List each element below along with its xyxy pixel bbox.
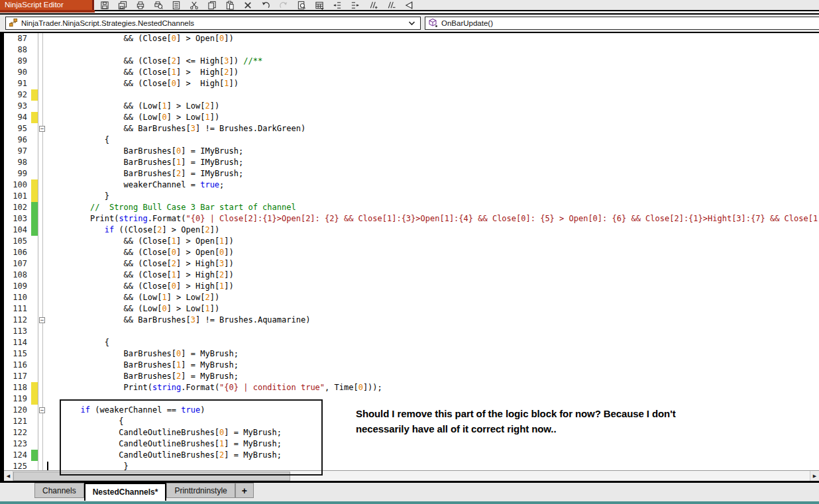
code-line-96[interactable]: 96 { (4, 134, 819, 146)
class-selector-dropdown[interactable]: NinjaTrader.NinjaScript.Strategies.Neste… (5, 17, 421, 30)
select-all-icon[interactable] (172, 1, 181, 10)
code-line-91[interactable]: 91 && (Close[0] > High[1]) (4, 78, 819, 89)
indent-icon[interactable] (351, 1, 360, 10)
code-line-117[interactable]: 117 BarBrushes[2] = MyBrush; (4, 371, 819, 382)
code-line-97[interactable]: 97 BarBrushes[0] = IMyBrush; (4, 146, 819, 157)
code-text: && (Close[0] > High[1]) (47, 281, 819, 292)
fold-collapse-toggle[interactable]: − (39, 126, 45, 132)
line-number: 91 (4, 78, 31, 89)
marker-margin (31, 371, 38, 382)
marker-margin (31, 134, 38, 146)
copy-icon[interactable] (207, 1, 217, 10)
fold-margin (38, 258, 47, 270)
save-all-icon[interactable] (118, 1, 127, 10)
code-line-116[interactable]: 116 BarBrushes[1] = MyBrush; (4, 360, 819, 371)
change-marker (31, 225, 38, 236)
code-line-102[interactable]: 102 // Strong Bull Case 3 Bar start of c… (4, 202, 819, 213)
code-line-100[interactable]: 100 weakerChannel = true; (4, 179, 819, 191)
delete-icon[interactable] (243, 1, 252, 10)
fold-collapse-toggle[interactable]: − (39, 407, 45, 413)
code-line-104[interactable]: 104 if ((Close[2] > Open[2]) (4, 225, 819, 236)
title-bar: NinjaScript Editor (0, 0, 819, 10)
code-text: && (Close[0] > High[1]) (47, 78, 819, 89)
method-selector-dropdown[interactable]: OnBarUpdate() (425, 17, 819, 30)
line-number: 117 (4, 371, 31, 382)
code-line-110[interactable]: 110 && (Low[1] > Low[2]) (4, 292, 819, 303)
code-line-88[interactable]: 88 (4, 44, 819, 56)
line-number: 120 (4, 405, 31, 416)
outdent-icon[interactable] (333, 1, 342, 10)
ninjascript-editor-window: NinjaScript Editor NinjaTrader (0, 0, 819, 504)
marker-margin (31, 438, 38, 450)
code-line-118[interactable]: 118 Print(string.Format("{0} | condition… (4, 382, 819, 393)
fold-margin (38, 348, 47, 360)
compile-icon[interactable] (404, 1, 413, 10)
code-line-93[interactable]: 93 && (Low[1] > Low[2]) (4, 101, 819, 112)
separator (0, 10, 819, 15)
undo-icon[interactable] (261, 1, 270, 10)
code-text: && (Close[1] > High[2]) (47, 67, 819, 78)
line-number: 100 (4, 179, 31, 191)
code-line-101[interactable]: 101 } (4, 191, 819, 202)
code-line-113[interactable]: 113 (4, 326, 819, 337)
code-line-92[interactable]: 92 (4, 89, 819, 101)
fold-margin (38, 44, 47, 56)
find-icon[interactable] (297, 1, 306, 10)
code-line-109[interactable]: 109 && (Close[0] > High[1]) (4, 281, 819, 292)
line-number: 103 (4, 213, 31, 225)
code-line-103[interactable]: 103 Print(string.Format("{0} | Close[2]:… (4, 213, 819, 225)
save-icon[interactable] (100, 1, 109, 10)
marker-margin (31, 427, 38, 438)
marker-margin (31, 146, 38, 157)
code-text (47, 326, 819, 337)
code-line-89[interactable]: 89 && (Close[2] <= High[3]) //** (4, 56, 819, 67)
print-preview-icon[interactable] (154, 1, 163, 10)
line-number: 92 (4, 89, 31, 101)
line-number: 88 (4, 44, 31, 56)
marker-margin (31, 33, 38, 44)
code-line-95[interactable]: 95− && BarBrushes[3] != Brushes.DarkGree… (4, 123, 819, 134)
change-marker (31, 112, 38, 123)
code-line-90[interactable]: 90 && (Close[1] > High[2]) (4, 67, 819, 78)
redo-icon[interactable] (279, 1, 288, 10)
code-line-115[interactable]: 115 BarBrushes[0] = MyBrush; (4, 348, 819, 360)
code-line-105[interactable]: 105 && (Close[1] > Open[1]) (4, 236, 819, 247)
change-marker (31, 213, 38, 225)
code-line-99[interactable]: 99 BarBrushes[2] = IMyBrush; (4, 168, 819, 179)
line-number: 96 (4, 134, 31, 146)
code-line-87[interactable]: 87 && (Close[0] > Open[0]) (4, 33, 819, 44)
line-number: 124 (4, 450, 31, 461)
scroll-left-button[interactable]: ◀ (4, 471, 13, 481)
class-icon (9, 18, 18, 28)
code-line-107[interactable]: 107 && (Close[2] > High[3]) (4, 258, 819, 270)
comment-icon[interactable] (368, 1, 378, 10)
tab-channels[interactable]: Channels (34, 483, 84, 498)
marker-margin (31, 168, 38, 179)
line-number: 99 (4, 168, 31, 179)
window-title[interactable]: NinjaScript Editor (0, 0, 94, 10)
fold-collapse-toggle[interactable]: − (39, 317, 45, 323)
code-line-106[interactable]: 106 && (Close[0] > Open[0]) (4, 247, 819, 258)
code-line-98[interactable]: 98 BarBrushes[1] = IMyBrush; (4, 157, 819, 168)
code-line-114[interactable]: 114 { (4, 337, 819, 348)
code-text (47, 44, 819, 56)
insert-grid-icon[interactable] (315, 1, 324, 10)
line-number: 93 (4, 101, 31, 112)
code-text: && (Close[2] > High[3]) (47, 258, 819, 270)
code-line-94[interactable]: 94 && (Low[0] > Low[1]) (4, 112, 819, 123)
fold-margin (38, 326, 47, 337)
cut-icon[interactable] (190, 1, 199, 10)
tab-nestedchannels[interactable]: NestedChannels* (84, 483, 167, 501)
uncomment-icon[interactable] (386, 1, 396, 10)
code-line-112[interactable]: 112− && BarBrushes[3] != Brushes.Aquamar… (4, 315, 819, 326)
new-tab-button[interactable]: + (235, 483, 254, 498)
tab-printtrdninstyle[interactable]: Printtrdninstyle (166, 483, 235, 498)
code-line-111[interactable]: 111 && (Low[0] > Low[1]) (4, 303, 819, 315)
paste-icon[interactable] (225, 1, 235, 10)
fold-margin: − (38, 405, 47, 416)
code-line-108[interactable]: 108 && (Close[1] > High[2]) (4, 270, 819, 281)
scroll-right-button[interactable]: ▶ (810, 471, 819, 481)
chevron-down-icon[interactable] (408, 19, 415, 27)
print-icon[interactable] (136, 1, 145, 10)
line-number: 106 (4, 247, 31, 258)
